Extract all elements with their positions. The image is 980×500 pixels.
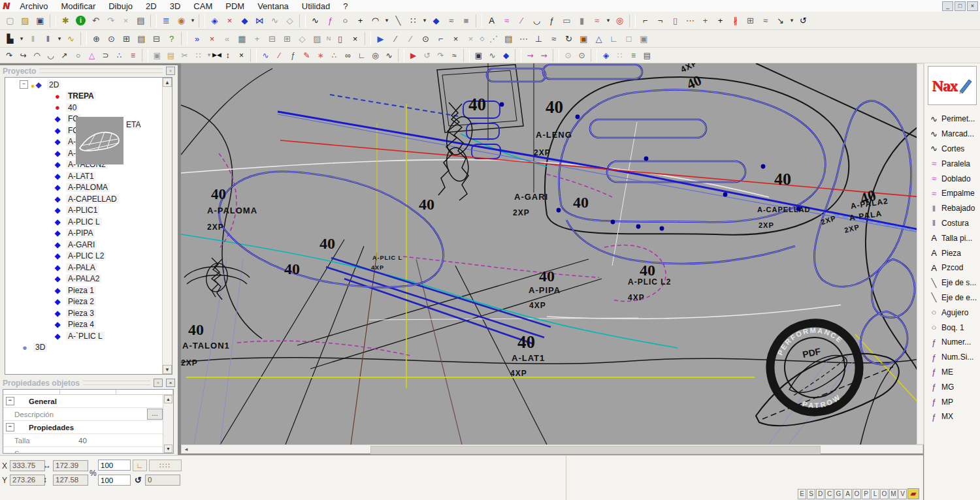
circle-tool-icon[interactable]: ○ [338,14,352,27]
tools-mini-icon[interactable]: ▰ [907,488,919,499]
ruler-ticks-icon[interactable]: ▤ [502,32,515,46]
collapse-icon[interactable]: − [6,423,14,431]
swirl-icon[interactable]: ◎ [369,50,382,61]
segment-icon[interactable]: ∕ [404,32,417,46]
zoom-window-icon[interactable]: ⊕ [90,32,103,46]
menu-dibujo[interactable]: Dibujo [102,1,139,11]
diamond-updown-icon[interactable]: ◆ [500,50,512,61]
align-corner-icon[interactable]: ∟ [133,460,147,471]
tool-agujero[interactable]: ○Agujero [924,305,980,320]
drawing-canvas[interactable]: PERFORMANCE PATROW PDF 4XP404040A-LENG2X… [181,63,917,445]
tool-rebajado[interactable]: ‖Rebajado [924,201,980,216]
wave-adjust-icon[interactable]: ≈ [444,14,458,27]
row-descripcion[interactable]: Descripción ... [3,408,173,421]
tool-empalme[interactable]: ≈Empalme [924,186,980,201]
dart-pin-icon[interactable]: ▶ [374,32,387,46]
calculator-icon[interactable]: ▦ [235,32,249,46]
stamp-tool-icon[interactable]: ▮ [575,14,589,27]
delete-icon[interactable]: × [119,14,133,27]
bezier-tool-icon[interactable]: ƒ [323,14,337,27]
collapse-icon[interactable]: − [6,397,14,405]
redo-icon[interactable]: ↷ [104,14,118,27]
text-tool-icon[interactable]: A [485,14,498,27]
play-pair-icon[interactable]: ▶◀ [214,50,220,61]
parallel-red-icon[interactable]: ∦ [728,14,742,27]
tree-item-a-plic-l[interactable]: ◆A-`PLIC L [5,330,162,342]
more-button[interactable]: ... [147,409,163,420]
print-icon[interactable]: ⊟ [150,32,163,46]
end-wave-icon[interactable]: ∿ [383,50,395,61]
properties-window-icon[interactable]: ▤ [134,14,148,27]
zoom-previous-icon[interactable]: ⊙ [105,32,118,46]
scroll-down-icon[interactable]: ▼ [164,445,172,453]
menu-3d[interactable]: 3D [163,1,188,11]
intersect-icon[interactable]: × [449,32,463,46]
section-general[interactable]: − General [3,395,173,408]
zoom-document-icon[interactable]: ⊞ [120,32,133,46]
vertical-scrollbar[interactable] [917,63,924,445]
ruler-dots-icon[interactable]: ⋯ [517,32,531,46]
arc-rt-2-icon[interactable]: ↪ [17,50,29,61]
lock-piece-icon[interactable]: ▣ [577,32,591,46]
duplicate-pages-icon[interactable]: ▣ [472,50,485,61]
diamond-link-icon[interactable]: ◇ [295,32,309,46]
tree-item-a-plic-l[interactable]: ◆A-PLIC L [5,216,162,228]
arc-diag-icon[interactable]: ↗ [58,50,71,61]
d-shape-icon[interactable]: ⊃ [99,50,112,61]
tool-doblado[interactable]: ≈Doblado [924,171,980,186]
arc-corner-icon[interactable]: ◠ [31,50,43,61]
last-shoe-icon[interactable]: ▙ [3,32,17,46]
panel-close-icon[interactable]: × [166,379,175,387]
delete-x-icon[interactable]: × [235,50,248,61]
piece-pencil-icon[interactable]: ◆ [429,14,443,27]
tree-item-a-capellad[interactable]: ◆A-CAPELLAD [5,193,162,205]
segment-nodes-icon[interactable]: ∕ [389,32,402,46]
tool-mx[interactable]: ƒMX [924,409,980,424]
curve-pen-icon[interactable]: ƒ [545,14,559,27]
loop-gray-icon[interactable]: ↺ [421,50,433,61]
menu-pdm[interactable]: PDM [219,1,251,11]
tool-eje-de-s[interactable]: ╲Eje de s... [924,275,980,290]
digitize-curve-icon[interactable]: ∿ [268,14,282,27]
scrollbar-thumb[interactable] [370,446,821,454]
rotate-entity-icon[interactable]: ◎ [613,14,627,27]
arc-dropdown-icon[interactable]: ▾ [384,14,390,27]
scale-x-input[interactable] [98,460,131,471]
scroll-down-icon[interactable]: ▼ [163,365,172,374]
tool-boq-1[interactable]: ○Boq. 1 [924,320,980,335]
section-propiedades[interactable]: − Propiedades [3,421,173,434]
ellipse-tool-icon[interactable]: ○ [72,50,84,61]
pin-needle-icon[interactable]: ▶ [407,50,419,61]
pencil-ghost-icon[interactable]: ‖ [26,32,40,46]
shoe-sketch-icon[interactable]: ∿ [486,50,498,61]
crosshair-tool-icon[interactable]: + [353,14,367,27]
spiral-triangle-icon[interactable]: △ [86,50,98,61]
menu-utilidad[interactable]: Utilidad [295,1,336,11]
tree-item-a-pala2[interactable]: ◆A-PALA2 [5,273,162,285]
tool-costura[interactable]: ‖Costura [924,216,980,231]
measure-line-icon[interactable]: ∕ [515,14,529,27]
step-line-icon[interactable]: ∟ [355,50,368,61]
tool-mp[interactable]: ƒMP [924,394,980,409]
axis-line-tool-icon[interactable]: ╲ [391,14,405,27]
property-value[interactable]: 40 [78,437,173,445]
rotate-icon[interactable]: ↺ [135,475,142,485]
grid-points-icon[interactable]: ∷∷ [149,460,182,471]
tree-item-trepa[interactable]: ●TREPA [5,91,162,102]
red-cross-icon[interactable]: + [698,14,712,27]
reset-rotation-icon[interactable]: ↺ [796,14,810,27]
intersect-dashed-icon[interactable]: × [464,32,478,46]
snap-arrow-icon[interactable]: ↘ [774,14,787,27]
arrow-wave-2-icon[interactable]: ⇝ [538,50,550,61]
skew-shape-icon[interactable]: ▯ [668,14,682,27]
mirror-piece-icon[interactable]: ⋈ [253,14,267,27]
scan-tool-icon[interactable]: ◇ [283,14,297,27]
tree-item-pieza-4[interactable]: ◆Pieza 4 [5,319,162,331]
node-select-gray-icon[interactable]: ∷ [192,50,204,61]
spacing-tool-icon[interactable]: ▯ [333,32,347,46]
transform-wave-icon[interactable]: ≈ [590,14,604,27]
tool-paralela[interactable]: ≈Paralela [924,156,980,171]
letter-button-o[interactable]: O [880,489,889,499]
help-doc-icon[interactable]: ? [165,32,178,46]
last-dropdown-icon[interactable]: ▾ [18,32,25,46]
